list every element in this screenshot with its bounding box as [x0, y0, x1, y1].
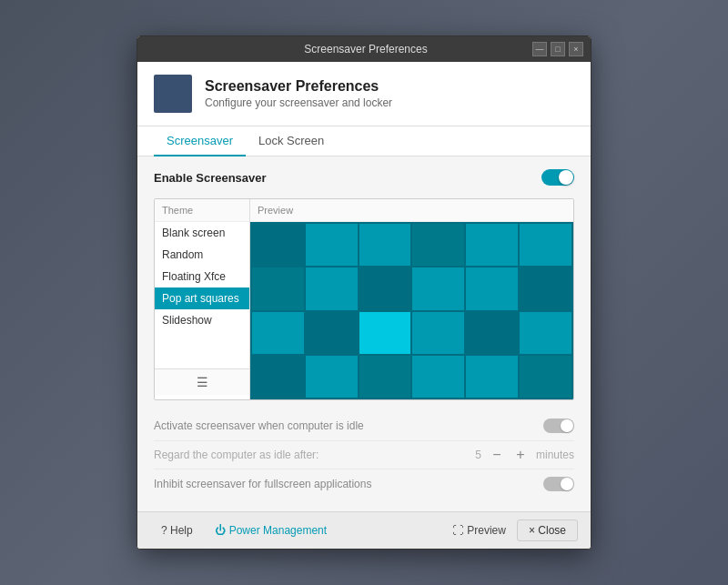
- grid-cell: [412, 312, 464, 354]
- grid-cell: [359, 224, 411, 266]
- maximize-button[interactable]: □: [551, 42, 565, 56]
- grid-cell: [466, 356, 518, 398]
- grid-cell: [359, 312, 411, 354]
- grid-cell: [412, 267, 464, 309]
- window-header: Screensaver Preferences Configure your s…: [137, 62, 591, 126]
- close-button[interactable]: × Close: [517, 519, 578, 541]
- enable-screensaver-row: Enable Screensaver: [154, 169, 574, 186]
- grid-cell: [252, 224, 304, 266]
- tab-screensaver[interactable]: Screensaver: [154, 126, 246, 156]
- grid-cell: [412, 224, 464, 266]
- minimize-button[interactable]: —: [532, 42, 547, 56]
- power-management-button[interactable]: ⏻ Power Management: [204, 519, 338, 541]
- preview-panel: Preview: [250, 199, 573, 399]
- idle-activate-row: Activate screensaver when computer is id…: [154, 411, 574, 441]
- help-button[interactable]: ? Help: [150, 519, 204, 541]
- grid-cell: [306, 312, 358, 354]
- idle-value: 5: [475, 449, 481, 461]
- power-management-label: Power Management: [229, 524, 327, 537]
- idle-unit: minutes: [536, 449, 574, 461]
- grid-cell: [306, 267, 358, 309]
- app-icon: [154, 75, 192, 113]
- idle-increase-button[interactable]: +: [512, 447, 529, 463]
- grid-cell: [520, 267, 571, 309]
- grid-cell: [306, 356, 358, 398]
- settings-section: Activate screensaver when computer is id…: [154, 411, 574, 499]
- app-subtitle: Configure your screensaver and locker: [205, 96, 392, 109]
- screensaver-preferences-window: Screensaver Preferences — □ × Screensave…: [136, 35, 592, 550]
- grid-cell: [306, 224, 358, 266]
- idle-toggle-knob: [561, 419, 573, 432]
- grid-cell: [252, 356, 304, 398]
- preview-header: Preview: [250, 199, 573, 222]
- theme-blank-screen[interactable]: Blank screen: [155, 222, 249, 244]
- theme-items-wrapper: Theme Blank screen Random Floating Xfce …: [155, 199, 249, 368]
- grid-cell: [252, 267, 304, 309]
- grid-cell: [466, 267, 518, 309]
- tab-bar: Screensaver Lock Screen: [137, 126, 591, 156]
- close-window-button[interactable]: ×: [569, 42, 583, 56]
- theme-panel: Theme Blank screen Random Floating Xfce …: [155, 199, 250, 399]
- titlebar: Screensaver Preferences — □ ×: [137, 36, 591, 62]
- preview-icon: ⛶: [452, 524, 463, 537]
- theme-list-container: Theme Blank screen Random Floating Xfce …: [155, 199, 249, 395]
- app-title: Screensaver Preferences: [205, 78, 392, 95]
- idle-activate-label: Activate screensaver when computer is id…: [154, 419, 364, 432]
- preview-label: Preview: [467, 524, 506, 537]
- theme-list: Blank screen Random Floating Xfce Pop ar…: [155, 222, 249, 331]
- grid-cell: [412, 356, 464, 398]
- theme-header: Theme: [155, 199, 249, 222]
- grid-cell: [466, 312, 518, 354]
- idle-activate-toggle[interactable]: [543, 419, 574, 433]
- power-icon: ⏻: [215, 524, 226, 537]
- idle-decrease-button[interactable]: −: [489, 447, 505, 463]
- preview-button[interactable]: ⛶ Preview: [441, 519, 517, 541]
- theme-pop-art-squares[interactable]: Pop art squares: [155, 287, 249, 309]
- grid-cell: [359, 356, 411, 398]
- grid-cell: [252, 312, 304, 354]
- fullscreen-row: Inhibit screensaver for fullscreen appli…: [154, 469, 574, 499]
- fullscreen-toggle-knob: [561, 478, 573, 490]
- titlebar-controls: — □ ×: [532, 42, 583, 56]
- grid-cell: [466, 224, 518, 266]
- grid-cell: [520, 356, 571, 398]
- theme-floating-xfce[interactable]: Floating Xfce: [155, 266, 249, 287]
- preview-grid: [250, 222, 573, 399]
- fullscreen-toggle[interactable]: [543, 477, 574, 491]
- idle-duration-label: Regard the computer as idle after:: [154, 449, 468, 461]
- grid-cell: [520, 312, 571, 354]
- menu-icon[interactable]: ☰: [197, 375, 208, 389]
- theme-preview-section: Theme Blank screen Random Floating Xfce …: [154, 198, 574, 400]
- close-label: × Close: [529, 524, 566, 537]
- theme-random[interactable]: Random: [155, 244, 249, 266]
- idle-duration-row: Regard the computer as idle after: 5 − +…: [154, 441, 574, 469]
- enable-screensaver-label: Enable Screensaver: [154, 171, 267, 185]
- grid-cell: [359, 267, 411, 309]
- fullscreen-label: Inhibit screensaver for fullscreen appli…: [154, 478, 371, 490]
- theme-menu: ☰: [155, 368, 249, 395]
- content-area: Enable Screensaver Theme Blank screen Ra…: [137, 156, 591, 511]
- toggle-knob: [559, 170, 573, 185]
- theme-slideshow[interactable]: Slideshow: [155, 309, 249, 331]
- enable-screensaver-toggle[interactable]: [541, 169, 574, 186]
- titlebar-title: Screensaver Preferences: [199, 43, 532, 55]
- tab-lock-screen[interactable]: Lock Screen: [246, 126, 337, 156]
- grid-cell: [520, 224, 571, 266]
- footer: ? Help ⏻ Power Management ⛶ Preview × Cl…: [137, 511, 591, 549]
- header-text: Screensaver Preferences Configure your s…: [205, 78, 392, 109]
